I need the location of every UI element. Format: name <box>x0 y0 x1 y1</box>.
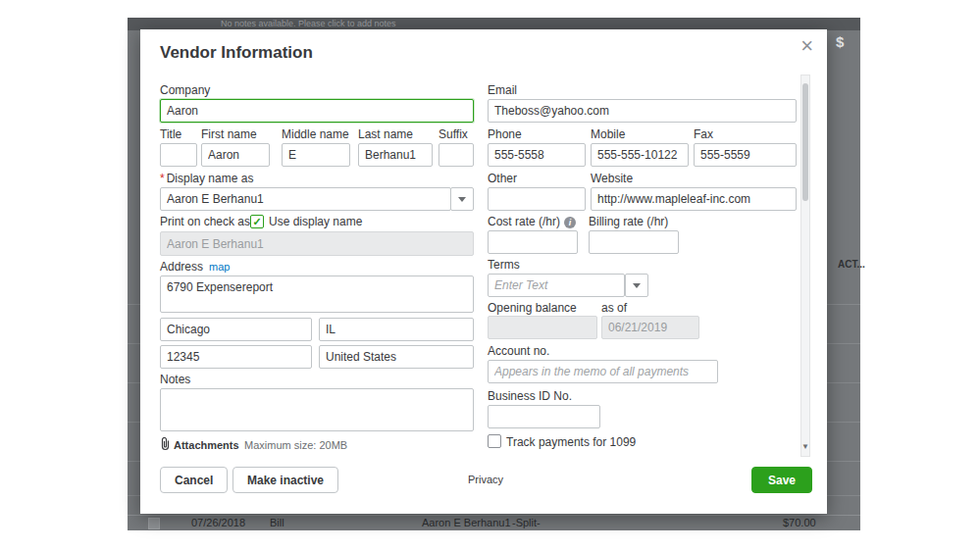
terms-dropdown-button[interactable] <box>625 274 648 297</box>
cost-rate-label: Cost rate (/hr)i <box>488 215 576 228</box>
opening-balance-label: Opening balance <box>488 301 577 315</box>
account-no-label: Account no. <box>488 344 549 358</box>
background-action-column-header: ACT... <box>838 259 865 270</box>
title-input[interactable] <box>160 143 197 167</box>
row-type: Bill <box>270 516 284 530</box>
other-input[interactable] <box>488 187 586 211</box>
as-of-input <box>601 316 699 339</box>
middle-name-input[interactable] <box>282 143 350 167</box>
screen: No notes available. Please click to add … <box>0 0 980 551</box>
billing-rate-label: Billing rate (/hr) <box>589 215 668 228</box>
address-label: Address <box>160 260 203 274</box>
last-name-label: Last name <box>358 127 413 141</box>
table-row: 07/26/2018 Bill Aaron E Berhanu1 -Split-… <box>128 515 860 530</box>
fax-input[interactable] <box>694 143 797 167</box>
background-note-text: No notes available. Please click to add … <box>221 19 396 28</box>
as-of-label: as of <box>601 301 627 315</box>
row-amount: $70.00 <box>783 516 816 530</box>
background-amount-symbol: $ <box>836 33 844 50</box>
suffix-label: Suffix <box>438 127 468 141</box>
first-name-input[interactable] <box>201 143 270 167</box>
chevron-down-icon <box>458 197 466 202</box>
cancel-button[interactable]: Cancel <box>160 467 228 493</box>
first-name-label: First name <box>201 127 257 141</box>
use-display-name-checkbox[interactable]: ✓ <box>250 215 264 228</box>
check-icon: ✓ <box>252 216 261 227</box>
phone-label: Phone <box>488 127 522 141</box>
dialog-title: Vendor Information <box>160 43 313 63</box>
map-link[interactable]: map <box>209 261 230 273</box>
scrollbar-thumb[interactable] <box>802 83 808 201</box>
scroll-down-icon[interactable]: ▼ <box>801 442 809 451</box>
company-label: Company <box>160 83 210 97</box>
website-label: Website <box>591 172 633 185</box>
notes-label: Notes <box>160 373 190 386</box>
business-id-label: Business ID No. <box>488 389 572 403</box>
row-date: 07/26/2018 <box>191 516 245 530</box>
fax-label: Fax <box>694 127 713 141</box>
vendor-information-dialog: Vendor Information × Company Title First… <box>140 29 827 514</box>
city-input[interactable] <box>160 318 312 341</box>
scrollbar[interactable] <box>800 75 810 457</box>
make-inactive-button[interactable]: Make inactive <box>232 467 338 493</box>
track-1099-checkbox[interactable] <box>488 434 501 448</box>
suffix-input[interactable] <box>438 143 474 167</box>
row-category: -Split- <box>512 516 541 530</box>
other-label: Other <box>488 172 517 185</box>
print-on-check-input <box>160 231 474 256</box>
business-id-input[interactable] <box>488 405 600 428</box>
email-label: Email <box>488 83 517 97</box>
save-button[interactable]: Save <box>751 467 812 493</box>
close-icon[interactable]: × <box>800 35 813 57</box>
company-input[interactable] <box>160 99 474 123</box>
middle-name-label: Middle name <box>282 127 349 141</box>
chevron-down-icon <box>633 283 641 288</box>
mobile-label: Mobile <box>591 127 625 141</box>
street-input[interactable]: 6790 Expensereport <box>160 276 474 313</box>
attachments-hint: Maximum size: 20MB <box>244 439 347 451</box>
billing-rate-input[interactable] <box>589 230 679 254</box>
mobile-input[interactable] <box>591 143 689 167</box>
display-name-dropdown-button[interactable] <box>450 187 474 211</box>
last-name-input[interactable] <box>358 143 433 167</box>
paperclip-icon <box>160 437 171 455</box>
row-payee: Aaron E Berhanu1 <box>422 516 511 530</box>
account-no-input[interactable] <box>488 360 718 383</box>
print-on-check-label: Print on check as <box>160 215 250 228</box>
required-asterisk: * <box>160 172 165 185</box>
opening-balance-input <box>488 316 597 339</box>
display-name-input[interactable] <box>160 187 451 211</box>
info-icon: i <box>564 217 576 228</box>
terms-label: Terms <box>488 258 520 272</box>
state-input[interactable] <box>319 318 474 341</box>
row-checkbox <box>148 518 160 529</box>
email-input[interactable] <box>488 99 797 123</box>
terms-input[interactable] <box>488 274 625 297</box>
attachments-label[interactable]: Attachments <box>174 439 239 451</box>
cost-rate-input[interactable] <box>488 230 578 254</box>
use-display-name-label: Use display name <box>269 215 362 228</box>
privacy-link[interactable]: Privacy <box>468 474 503 485</box>
website-input[interactable] <box>591 187 797 211</box>
display-name-label: *Display name as <box>160 172 253 185</box>
phone-input[interactable] <box>488 143 586 167</box>
zip-input[interactable] <box>160 345 312 369</box>
country-input[interactable] <box>319 345 474 369</box>
title-label: Title <box>160 127 181 141</box>
track-1099-label: Track payments for 1099 <box>506 435 636 449</box>
notes-input[interactable] <box>160 388 474 431</box>
